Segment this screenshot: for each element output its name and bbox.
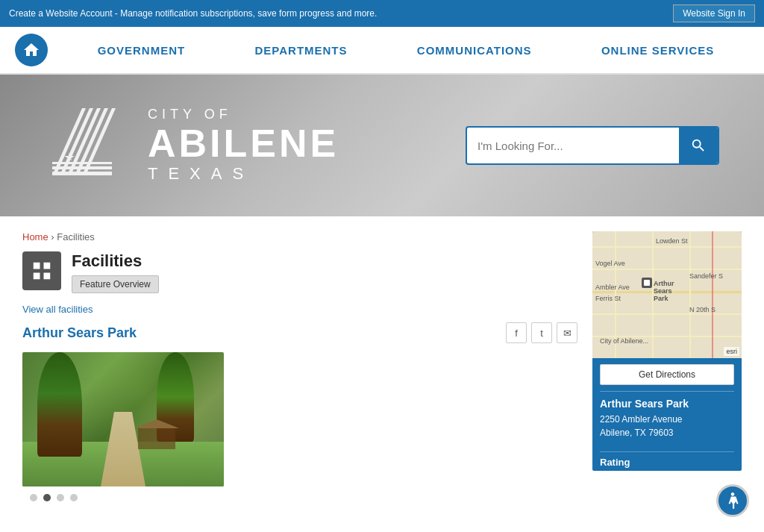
map-panel: Lowden St Vogel Ave Ambler Ave Sandefer … — [592, 231, 742, 471]
nav-government[interactable]: GOVERNMENT — [92, 41, 192, 60]
map-label-vogel: Vogel Ave — [595, 260, 625, 267]
svg-rect-7 — [52, 166, 112, 169]
map-container[interactable]: Lowden St Vogel Ave Ambler Ave Sandefer … — [592, 231, 742, 358]
navbar: GOVERNMENT DEPARTMENTS COMMUNICATIONS ON… — [0, 27, 764, 75]
content-right: Lowden St Vogel Ave Ambler Ave Sandefer … — [592, 231, 742, 501]
map-label-park: ArthurSearsPark — [654, 280, 674, 302]
search-button[interactable] — [679, 126, 718, 165]
park-image — [22, 352, 224, 486]
nav-links: GOVERNMENT DEPARTMENTS COMMUNICATIONS ON… — [63, 41, 749, 60]
top-banner-text: Create a Website Account - Manage notifi… — [9, 8, 377, 19]
email-button[interactable]: ✉ — [557, 322, 577, 343]
map-label-sandefer: Sandefer S — [689, 272, 723, 280]
breadcrumb: Home › Facilities — [22, 231, 577, 242]
map-label-ambler: Ambler Ave — [595, 284, 630, 291]
breadcrumb-separator: › — [51, 231, 54, 242]
nav-communications[interactable]: COMMUNICATIONS — [411, 41, 538, 60]
map-pin — [642, 278, 652, 288]
page-header: Facilities Feature Overview — [22, 251, 577, 293]
hero-section: CITY OF ABILENE TEXAS — [0, 75, 764, 216]
hero-search-box — [466, 126, 719, 165]
city-logo: CITY OF ABILENE TEXAS — [45, 101, 339, 190]
search-icon — [690, 137, 707, 154]
map-address-line1: 2250 Ambler Avenue — [600, 414, 683, 425]
svg-point-9 — [731, 492, 734, 495]
carousel-dot-4[interactable] — [70, 494, 78, 501]
svg-rect-8 — [52, 162, 112, 164]
map-label-city: City of Abilene... — [600, 337, 648, 345]
website-signin-button[interactable]: Website Sign In — [673, 4, 755, 22]
home-icon — [22, 41, 40, 59]
park-shelter — [134, 419, 179, 449]
carousel-dot-1[interactable] — [30, 494, 37, 501]
carousel-dot-2[interactable] — [43, 494, 51, 501]
abilene-logo-icon — [45, 101, 134, 190]
map-park-name: Arthur Sears Park — [600, 398, 734, 410]
map-address-line2: Abilene, TX 79603 — [600, 428, 674, 438]
view-all-facilities-link[interactable]: View all facilities — [22, 304, 577, 315]
park-tree-left — [37, 352, 82, 457]
map-label-ferris: Ferris St — [595, 295, 621, 302]
carousel-dot-3[interactable] — [57, 494, 64, 501]
accessibility-icon — [723, 491, 742, 510]
map-label-lowden: Lowden St — [656, 237, 688, 245]
home-button[interactable] — [15, 34, 48, 66]
get-directions-button[interactable]: Get Directions — [600, 364, 734, 385]
map-esri-label: esri — [724, 347, 739, 356]
hero-city-name: CITY OF ABILENE TEXAS — [148, 107, 339, 183]
social-icons: f t ✉ — [506, 322, 577, 343]
park-title[interactable]: Arthur Sears Park — [22, 325, 137, 341]
map-rating-label: Rating — [592, 452, 742, 471]
top-banner: Create a Website Account - Manage notifi… — [0, 0, 764, 27]
page-header-text: Facilities Feature Overview — [72, 251, 159, 293]
page-title: Facilities — [72, 251, 159, 271]
twitter-button[interactable]: t — [531, 322, 552, 343]
nav-online-services[interactable]: ONLINE SERVICES — [595, 41, 720, 60]
svg-rect-6 — [52, 172, 112, 175]
map-street-red — [712, 231, 713, 358]
grid-icon — [31, 260, 53, 282]
facebook-button[interactable]: f — [506, 322, 527, 343]
content-left: Home › Facilities Facilities Feature Ove… — [22, 231, 577, 501]
hero-texas: TEXAS — [148, 165, 339, 183]
park-header: Arthur Sears Park f t ✉ — [22, 322, 577, 343]
svg-marker-2 — [67, 108, 101, 175]
hero-city-of: CITY OF — [148, 107, 339, 122]
map-label-n20th: N 20th S — [689, 306, 716, 313]
nav-departments[interactable]: DEPARTMENTS — [248, 41, 353, 60]
breadcrumb-current: Facilities — [57, 231, 95, 242]
map-panel-info: Arthur Sears Park 2250 Ambler Avenue Abi… — [592, 392, 742, 445]
feature-overview-button[interactable]: Feature Overview — [72, 275, 159, 293]
map-address: 2250 Ambler Avenue Abilene, TX 79603 — [600, 413, 734, 439]
map-street-v3 — [689, 231, 691, 358]
hero-abilene: ABILENE — [148, 122, 339, 165]
search-input[interactable] — [467, 140, 679, 152]
carousel-dots — [22, 494, 577, 501]
facilities-icon — [22, 251, 61, 290]
accessibility-button[interactable] — [716, 484, 749, 516]
main-content: Home › Facilities Facilities Feature Ove… — [0, 216, 764, 516]
breadcrumb-home[interactable]: Home — [22, 231, 48, 242]
